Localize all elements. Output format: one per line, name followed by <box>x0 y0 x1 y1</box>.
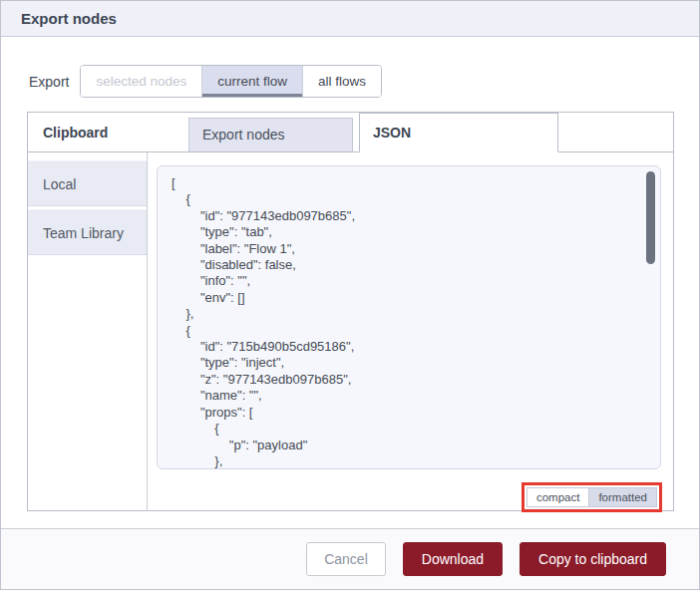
copy-to-clipboard-button[interactable]: Copy to clipboard <box>520 542 666 576</box>
tab-json[interactable]: JSON <box>359 113 558 152</box>
json-editor[interactable]: [ { "id": "977143edb097b685", "type": "t… <box>157 165 661 469</box>
current-flow-button[interactable]: current flow <box>201 66 302 97</box>
export-scope-label: Export <box>29 74 69 90</box>
cancel-button[interactable]: Cancel <box>306 542 386 576</box>
tab-clipboard[interactable]: Clipboard <box>28 125 149 141</box>
formatted-button[interactable]: formatted <box>588 488 656 506</box>
export-scope-group: selected nodes current flow all flows <box>80 65 382 98</box>
dialog-footer: Cancel Download Copy to clipboard <box>1 528 699 589</box>
tab-strip: Clipboard Export nodes JSON <box>28 113 673 152</box>
export-nodes-dialog: Export nodes Export selected nodes curre… <box>0 0 700 590</box>
format-toggle-highlight: compact formatted <box>522 482 662 512</box>
format-toggle-group: compact formatted <box>526 487 657 507</box>
json-content: [ { "id": "977143edb097b685", "type": "t… <box>172 175 660 469</box>
content-body: Local Team Library [ { "id": "977143edb0… <box>28 152 673 511</box>
export-content-panel: Clipboard Export nodes JSON Local Team L… <box>27 112 674 511</box>
download-button[interactable]: Download <box>403 542 503 576</box>
json-panel: [ { "id": "977143edb097b685", "type": "t… <box>148 152 673 511</box>
editor-scrollbar-thumb[interactable] <box>646 171 655 264</box>
dialog-title: Export nodes <box>1 1 699 37</box>
sidebar-item-team-library[interactable]: Team Library <box>28 209 147 255</box>
selected-nodes-button[interactable]: selected nodes <box>81 66 201 97</box>
tab-export-nodes[interactable]: Export nodes <box>188 118 353 151</box>
sidebar-item-local[interactable]: Local <box>28 160 147 206</box>
all-flows-button[interactable]: all flows <box>302 66 381 97</box>
compact-button[interactable]: compact <box>527 488 588 506</box>
export-scope-row: Export selected nodes current flow all f… <box>29 65 382 98</box>
library-sidebar: Local Team Library <box>28 152 148 511</box>
